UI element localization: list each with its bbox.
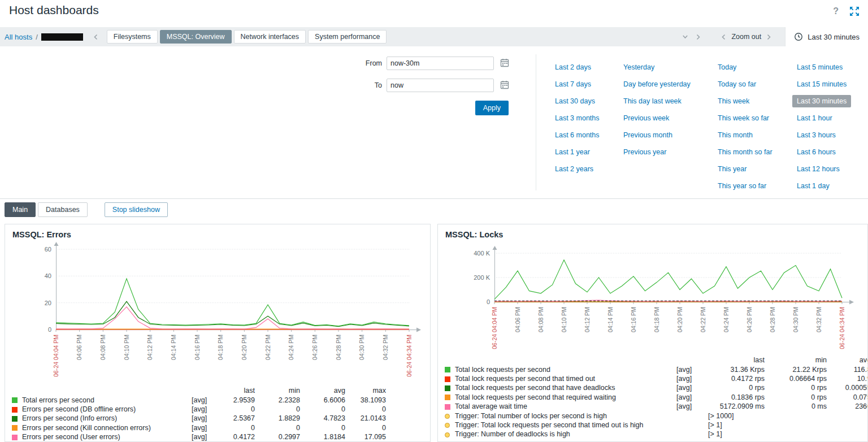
quick-range-link[interactable]: Last 1 hour (797, 114, 832, 122)
quick-range-link[interactable]: Last 2 years (555, 165, 593, 173)
quick-range-column: TodayToday so farThis weekThis week so f… (718, 59, 797, 194)
legend-function: [avg] (192, 414, 219, 422)
legend-value: 116.8 (827, 366, 868, 374)
quick-range-link[interactable]: This week (718, 97, 749, 105)
chart-panel: MSSQL: Errors 020406006-24 04:04 PM04:06… (5, 224, 431, 442)
quick-range-link[interactable]: Last 30 minutes (792, 95, 851, 107)
legend-value: 31.36 Krps (702, 366, 765, 374)
from-calendar-button[interactable] (498, 58, 511, 69)
from-input[interactable] (387, 57, 494, 70)
quick-range-link[interactable]: Last 15 minutes (797, 80, 847, 88)
dashboard-tabs: MainDatabases (5, 202, 88, 217)
graph-svg-1[interactable]: 0200 K400 K06-24 04:04 PM04:06 PM04:08 P… (438, 240, 867, 356)
legend-header-cell: min (765, 356, 827, 364)
legend-header-cell: avg (300, 387, 345, 395)
header: Host dashboards ? (0, 0, 868, 27)
legend-color-swatch (445, 376, 450, 382)
legend-color-swatch (445, 385, 450, 391)
legend-function: [avg] (192, 433, 219, 441)
quick-range-link[interactable]: Last 30 days (555, 97, 595, 105)
to-input[interactable] (387, 79, 494, 92)
legend-row: Errors per second (Kill connection error… (12, 423, 431, 432)
apply-button[interactable]: Apply (475, 101, 509, 115)
quick-range-link[interactable]: This day last week (623, 97, 682, 105)
legend-color-swatch (445, 395, 450, 400)
quick-range-link[interactable]: Today (718, 63, 736, 71)
help-icon[interactable]: ? (833, 6, 839, 16)
nav-tab[interactable]: Filesystems (107, 30, 158, 44)
kiosk-mode-icon[interactable] (849, 6, 860, 17)
legend-label: Total lock requests per second (455, 366, 676, 374)
quick-range-link[interactable]: Last 2 days (555, 63, 591, 71)
svg-text:04:18 PM: 04:18 PM (653, 307, 660, 332)
legend-value: 4.7823 (300, 414, 345, 422)
legend-value: 0 rps (702, 384, 765, 392)
quick-range-link[interactable]: Last 1 day (797, 182, 830, 190)
quick-range-link[interactable]: This month so far (718, 148, 772, 156)
all-hosts-link[interactable]: All hosts (5, 33, 32, 41)
quick-range-link[interactable]: Previous week (623, 114, 669, 122)
time-range-tab[interactable]: Last 30 minutes (785, 27, 868, 46)
trigger-row: Trigger: Total number of locks per secon… (445, 411, 868, 420)
to-calendar-button[interactable] (498, 80, 511, 91)
time-back-icon[interactable] (718, 34, 730, 40)
legend-value: 17.095 (345, 433, 386, 441)
nav-tabs: FilesystemsMSSQL: OverviewNetwork interf… (107, 30, 387, 44)
legend-label: Errors per second (Info errors) (22, 414, 192, 422)
graph-svg-0[interactable]: 020406006-24 04:04 PM04:06 PM04:08 PM04:… (5, 240, 430, 386)
svg-text:20: 20 (45, 300, 51, 306)
quick-range-link[interactable]: Last 12 hours (797, 165, 840, 173)
filter-divider (536, 54, 536, 190)
quick-range-link[interactable]: This month (718, 131, 753, 139)
svg-text:04:12 PM: 04:12 PM (146, 335, 153, 360)
stop-slideshow-button[interactable]: Stop slideshow (105, 202, 168, 217)
svg-text:06-24 04:34 PM: 06-24 04:34 PM (839, 307, 845, 349)
svg-text:06-24 04:04 PM: 06-24 04:04 PM (491, 307, 498, 349)
legend-value: 0 ms (765, 402, 827, 410)
tab-scroll-right-icon[interactable] (692, 34, 704, 40)
zoom-out-button[interactable]: Zoom out (731, 33, 761, 41)
quick-range-link[interactable]: Today so far (718, 80, 756, 88)
quick-range-link[interactable]: Last 6 hours (797, 148, 836, 156)
tab-scroll-left-icon[interactable] (90, 34, 102, 40)
legend-label: Total average wait time (455, 402, 676, 410)
chart-title: MSSQL: Errors (12, 230, 71, 239)
legend-color-swatch (12, 397, 18, 403)
legend-row: Errors per second (User errors)[avg]0.41… (12, 432, 431, 441)
nav-tab[interactable]: Network interfaces (234, 30, 306, 44)
legend-function: [avg] (676, 375, 702, 383)
quick-range-link[interactable]: This year so far (718, 182, 766, 190)
legend-value: 0.06664 rps (765, 375, 827, 383)
nav-tab[interactable]: MSSQL: Overview (160, 30, 232, 44)
quick-range-link[interactable]: Last 3 hours (797, 131, 836, 139)
quick-range-link[interactable]: Previous month (623, 131, 672, 139)
dashboard-tab[interactable]: Main (5, 202, 36, 217)
quick-range-link[interactable]: This year (718, 165, 747, 173)
legend-row: Total lock requests per second that time… (445, 374, 868, 383)
svg-text:04:10 PM: 04:10 PM (561, 307, 567, 332)
quick-range-link[interactable]: Previous year (623, 148, 666, 156)
svg-text:04:30 PM: 04:30 PM (792, 307, 799, 332)
quick-range-link[interactable]: This week so far (718, 114, 769, 122)
quick-range-link[interactable]: Day before yesterday (623, 80, 691, 88)
time-forward-icon[interactable] (762, 34, 775, 40)
tab-list-dropdown-icon[interactable] (679, 34, 692, 40)
dashboard-tab[interactable]: Databases (38, 202, 88, 217)
quick-range-link[interactable]: Last 5 minutes (797, 63, 843, 71)
quick-range-link[interactable]: Yesterday (623, 63, 654, 71)
quick-range-column: YesterdayDay before yesterdayThis day la… (623, 59, 718, 194)
svg-text:04:30 PM: 04:30 PM (358, 335, 365, 360)
svg-text:04:08 PM: 04:08 PM (537, 307, 544, 332)
trigger-threshold: [> 1] (708, 421, 868, 429)
legend-value: 0.2997 (255, 433, 300, 441)
quick-range-link[interactable]: Last 1 year (555, 148, 590, 156)
quick-range-link[interactable]: Last 3 months (555, 114, 600, 122)
legend-value: 0 (300, 405, 345, 413)
nav-tab[interactable]: System performance (308, 30, 387, 44)
trigger-marker-icon (445, 423, 450, 428)
trigger-row: Trigger: Total lock requests per second … (445, 421, 868, 430)
svg-text:04:32 PM: 04:32 PM (382, 335, 389, 360)
quick-range-link[interactable]: Last 6 months (555, 131, 600, 139)
quick-range-link[interactable]: Last 7 days (555, 80, 591, 88)
host-name-redacted[interactable] (41, 33, 83, 41)
